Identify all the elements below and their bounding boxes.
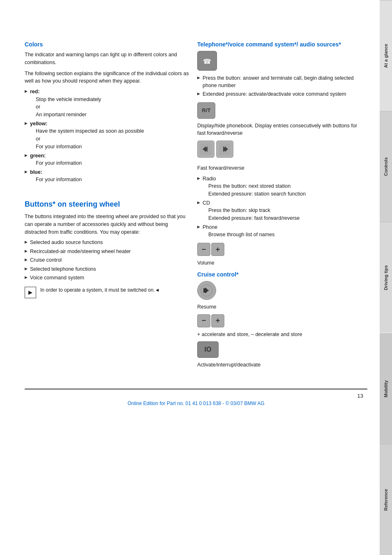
- list-item-text: Cruise control: [30, 257, 62, 264]
- list-item: ▶ Press the button: answer and terminate…: [197, 75, 362, 89]
- bullet-label: yellow:: [30, 120, 144, 128]
- resume-label: Resume: [197, 303, 362, 311]
- sidebar-item-driving-tips[interactable]: Driving tips: [380, 222, 392, 333]
- bullet-label: red:: [30, 88, 101, 96]
- bullet-label: green:: [30, 152, 82, 160]
- sub-item: Stop the vehicle immediately: [36, 96, 101, 104]
- triangle-icon: ▶: [197, 176, 200, 181]
- cruise-control-section: Cruise control* Resume: [197, 271, 362, 369]
- minus-icon: −: [197, 243, 210, 256]
- list-item: ▶ blue: For your information: [25, 169, 189, 184]
- accel-label: + accelerate and store, – decelerate and…: [197, 331, 362, 339]
- list-item: ▶ Voice command system: [25, 274, 189, 282]
- svg-text:☎: ☎: [203, 58, 211, 65]
- page-number: 13: [25, 393, 367, 399]
- io-button-icon: IO: [197, 341, 219, 358]
- sidebar-item-reference[interactable]: Reference: [380, 444, 392, 555]
- triangle-icon: ▶: [25, 240, 28, 245]
- sub-item: Have the system inspected as soon as pos…: [36, 127, 144, 135]
- sub-item: Press the button: skip track: [208, 207, 300, 214]
- activate-label: Activate/interrupt/deactivate: [197, 361, 362, 369]
- list-item: ▶ Radio Press the button: next stored st…: [197, 175, 362, 198]
- bullet-label: Radio: [203, 175, 306, 183]
- right-column: Telephone*/voice command system*/ audio …: [197, 41, 362, 372]
- plus-icon: +: [211, 243, 224, 256]
- list-item: ▶ red: Stop the vehicle immediately or A…: [25, 88, 189, 119]
- triangle-icon: ▶: [25, 249, 28, 254]
- sub-item: or: [36, 135, 144, 143]
- sub-item: or: [36, 103, 101, 111]
- triangle-icon: ▶: [25, 169, 28, 175]
- steering-wheel-heading: Buttons* on steering wheel: [25, 200, 189, 209]
- rit-button-icon: R/T: [197, 102, 215, 119]
- sidebar-item-at-a-glance[interactable]: At a glance: [380, 0, 392, 111]
- colors-list: ▶ red: Stop the vehicle immediately or A…: [25, 88, 189, 184]
- steering-wheel-para: The buttons integrated into the steering…: [25, 213, 189, 236]
- accel-plus-icon: +: [211, 314, 224, 327]
- phone-icon: ☎: [197, 51, 217, 71]
- two-columns: Colors The indicator and warning lamps c…: [25, 41, 367, 372]
- sub-item: Extended pressure: fast forward/reverse: [208, 214, 300, 222]
- triangle-icon: ▶: [25, 257, 28, 263]
- accel-icon: − +: [197, 314, 362, 327]
- steering-wheel-section: Buttons* on steering wheel The buttons i…: [25, 200, 189, 298]
- bullet-label: blue:: [30, 169, 82, 176]
- triangle-icon: ▶: [197, 75, 200, 81]
- ff-icon-pair: [197, 140, 362, 161]
- list-item: ▶ Phone Browse through list of names: [197, 224, 362, 239]
- volume-icon: − +: [197, 243, 362, 256]
- colors-heading: Colors: [25, 41, 189, 48]
- note-icon: ▶: [25, 287, 36, 298]
- colors-section: Colors The indicator and warning lamps c…: [25, 41, 189, 184]
- rewind-icon: [197, 140, 214, 158]
- resume-svg: [200, 284, 213, 297]
- list-item: ▶ Recirculated-air mode/steering wheel h…: [25, 248, 189, 256]
- fast-forward-label: Fast forward/reverse: [197, 164, 362, 172]
- triangle-icon: ▶: [197, 200, 200, 205]
- resume-icon-wrapper: [197, 281, 362, 300]
- list-item-text: Extended pressure: activate/deactivate v…: [203, 91, 346, 98]
- cruise-control-heading: Cruise control*: [197, 271, 362, 278]
- list-item-text: Selected telephone functions: [30, 266, 96, 273]
- triangle-icon: ▶: [197, 91, 200, 97]
- list-item: ▶ Selected telephone functions: [25, 266, 189, 273]
- main-content: Colors The indicator and warning lamps c…: [0, 0, 380, 555]
- list-item: ▶ Selected audio source functions: [25, 239, 189, 246]
- telephone-section: Telephone*/voice command system*/ audio …: [197, 41, 362, 267]
- colors-para2: The following section explains the signi…: [25, 70, 189, 85]
- list-item-text: Recirculated-air mode/steering wheel hea…: [30, 248, 131, 256]
- page-footer: 13 Online Edition for Part no. 01 41 0 0…: [25, 389, 367, 406]
- forward-icon: [216, 140, 233, 158]
- right-column-content: Telephone*/voice command system*/ audio …: [197, 41, 362, 369]
- phone-svg: ☎: [201, 55, 213, 67]
- io-label: IO: [205, 346, 212, 353]
- sub-item: An important reminder: [36, 111, 101, 119]
- resume-icon: [197, 281, 216, 300]
- list-item: ▶ Extended pressure: activate/deactivate…: [197, 91, 362, 98]
- sub-item: For your information: [36, 159, 82, 167]
- telephone-heading: Telephone*/voice command system*/ audio …: [197, 41, 362, 48]
- rewind-svg: [200, 143, 212, 155]
- note-text: In order to operate a system, it must be…: [40, 287, 160, 294]
- sidebar-item-mobility[interactable]: Mobility: [380, 333, 392, 444]
- note-box: ▶ In order to operate a system, it must …: [25, 287, 189, 298]
- volume-label: Volume: [197, 259, 362, 267]
- triangle-icon: ▶: [197, 224, 200, 230]
- triangle-icon: ▶: [25, 153, 28, 158]
- list-item-text: Selected audio source functions: [30, 239, 103, 246]
- rit-description: Display/hide phonebook. Display entries …: [197, 122, 362, 138]
- sub-item: Extended pressure: station search functi…: [208, 190, 306, 198]
- list-item: ▶ green: For your information: [25, 152, 189, 167]
- colors-para1: The indicator and warning lamps can ligh…: [25, 51, 189, 67]
- triangle-icon: ▶: [25, 275, 28, 280]
- sub-item: For your information: [36, 143, 144, 151]
- triangle-icon: ▶: [25, 89, 28, 94]
- left-column: Colors The indicator and warning lamps c…: [25, 41, 189, 372]
- bullet-label: CD: [203, 200, 300, 207]
- list-item: ▶ Cruise control: [25, 257, 189, 264]
- list-item: ▶ CD Press the button: skip track Extend…: [197, 200, 362, 222]
- sidebar-item-controls[interactable]: Controls: [380, 111, 392, 222]
- decel-icon: −: [197, 314, 210, 327]
- triangle-icon: ▶: [25, 121, 28, 126]
- list-item: ▶ yellow: Have the system inspected as s…: [25, 120, 189, 151]
